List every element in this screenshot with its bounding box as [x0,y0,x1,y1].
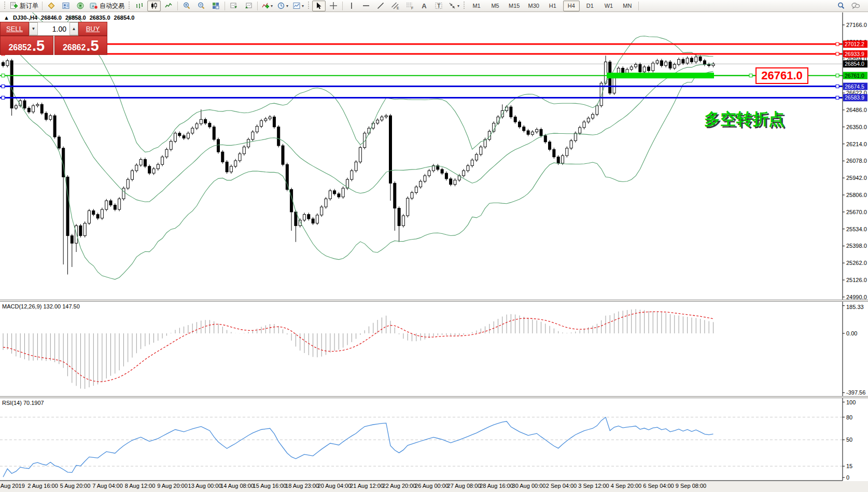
vertical-line-icon [347,2,356,10]
toolbar-separator [638,2,639,10]
timeframe-H4[interactable]: H4 [563,1,580,11]
price-tick-label: 26486.0 [846,107,867,113]
new-order-button[interactable]: 新订单 [8,1,40,11]
mt4-window: 新订单 自动交易 [0,0,868,492]
time-label: 4 Sep 20:00 [611,483,641,489]
price-tag-label: 26854.0 [845,61,864,67]
time-label: 2 Sep 04:00 [546,483,577,489]
buy-button[interactable]: BUY [78,22,107,36]
line-handle [836,52,839,55]
dropdown-caret-icon: ▾ [457,4,459,8]
market-watch-button[interactable] [45,1,58,11]
buy-price-pips: .5 [86,38,99,53]
rsi-label: RSI(14) 70.1907 [2,400,44,406]
zoom-in-icon [183,2,191,10]
time-label: 5 Aug 20:00 [60,483,91,489]
cursor-icon [315,2,323,10]
macd-pane[interactable]: 185.330.00-397.56MACD(12,26,9) 132.00 14… [0,302,868,396]
autotrading-button[interactable]: 自动交易 [88,1,126,11]
toolbar-separator [257,2,258,10]
zoom-out-button[interactable] [194,1,208,11]
toolbar-grip[interactable] [4,2,6,10]
text-label-icon: T [435,2,443,10]
line-handle [2,85,5,88]
buy-price-button[interactable]: 26862 .5 [54,36,108,55]
text-label-tool-button[interactable]: T [432,1,445,11]
sell-button[interactable]: SELL [0,22,29,36]
one-click-trade-panel: SELL ▼ 1.00 ▲ BUY 26852 .5 26862 .5 [0,22,107,55]
annotation-text: 多空转折点 [704,110,785,128]
cursor-tool-button[interactable] [312,1,326,11]
price-tick-label: 26350.0 [846,124,867,130]
time-label: 22 Aug 20:00 [383,483,416,489]
volume-decrease-button[interactable]: ▼ [29,22,38,35]
timeframe-D1[interactable]: D1 [582,1,598,11]
chat-button[interactable] [849,1,862,11]
profile-previous-button[interactable] [227,1,241,11]
price-chart-pane[interactable]: 26761.0多空转折点多空转折点27166.027030.026894.026… [0,12,868,300]
equidistant-channel-tool-button[interactable]: E [388,1,402,11]
time-label: 9 Aug 20:00 [157,483,188,489]
chat-icon [851,2,860,10]
time-label: 2 Aug 16:00 [27,483,58,489]
timeframe-H1[interactable]: H1 [544,1,561,11]
chart-header: ▲ DJ30-,H4 26846.0 26858.0 26835.0 26854… [4,15,136,21]
trendline-icon [376,2,385,10]
candlesticks [2,54,715,275]
one-click-collapse-icon[interactable]: ▲ [4,15,9,21]
ohlc-open: 26846.0 [41,15,62,21]
rsi-line [3,417,713,477]
horizontal-line-tool-button[interactable] [359,1,373,11]
ohlc-close: 26854.0 [114,15,135,21]
crosshair-tool-button[interactable] [327,1,340,11]
new-order-icon [10,2,18,10]
line-handle [2,96,5,99]
line-handle [749,74,752,77]
rsi-axis-label: 100 [846,399,856,405]
time-axis[interactable]: 1 Aug 20192 Aug 16:005 Aug 20:007 Aug 04… [0,482,868,491]
templates-button[interactable]: ▾ [291,1,305,11]
timeframe-M5[interactable]: M5 [487,1,503,11]
price-tick-label: 25670.0 [846,209,867,215]
timeframe-W1[interactable]: W1 [600,1,617,11]
timeframe-MN[interactable]: MN [619,1,636,11]
signal-icon [76,2,85,10]
line-chart-button[interactable] [162,1,175,11]
periods-button[interactable]: ▾ [275,1,290,11]
time-label: 20 Aug 04:00 [318,483,352,489]
timeframe-M1[interactable]: M1 [468,1,485,11]
macd-signal-line [3,312,713,382]
time-label: 30 Aug 00:00 [512,483,546,489]
rsi-pane[interactable]: 1008050150RSI(14) 70.1907 [0,398,868,481]
profile-next-button[interactable] [242,1,255,11]
tile-windows-icon [212,2,220,10]
timeframe-M15[interactable]: M15 [506,1,523,11]
toolbar: 新订单 自动交易 [0,0,868,12]
vertical-line-tool-button[interactable] [345,1,358,11]
volume-increase-button[interactable]: ▲ [69,22,78,35]
indicators-button[interactable]: ▾ [260,1,274,11]
candlestick-chart-button[interactable] [147,1,161,11]
sell-price-button[interactable]: 26852 .5 [0,36,53,55]
sell-price-main: 26852 [8,44,32,52]
price-tag-label: 26761.0 [845,73,864,79]
price-tick-label: 27166.0 [846,22,867,28]
trendline-tool-button[interactable] [374,1,387,11]
toolbar-grip[interactable] [307,2,310,10]
toolbar-grip[interactable] [128,2,131,10]
toolbar-grip[interactable] [463,2,466,10]
arrows-tool-button[interactable]: ▾ [446,1,461,11]
search-button[interactable] [834,1,848,11]
tile-windows-button[interactable] [209,1,222,11]
zoom-in-button[interactable] [180,1,193,11]
text-tool-button[interactable]: A [417,1,431,11]
price-tag-label: 26933.9 [845,51,864,57]
data-window-button[interactable] [74,1,87,11]
volume-value[interactable]: 1.00 [38,22,69,35]
navigator-button[interactable] [59,1,73,11]
timeframe-M30[interactable]: M30 [525,1,542,11]
toolbar-separator [342,2,343,10]
fibonacci-tool-button[interactable]: F [403,1,416,11]
search-icon [837,2,845,10]
bar-chart-button[interactable] [133,1,146,11]
